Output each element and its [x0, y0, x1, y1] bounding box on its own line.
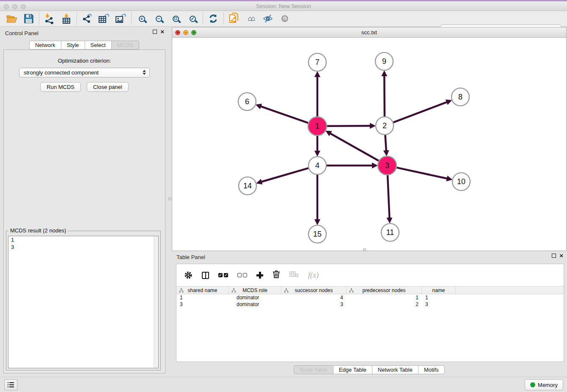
- column-header-MCDS-role[interactable]: MCDS role: [229, 287, 281, 294]
- show-columns-icon[interactable]: [202, 272, 209, 279]
- tab-motifs[interactable]: Motifs: [418, 365, 445, 374]
- column-header-name[interactable]: name: [422, 287, 456, 294]
- tab-select[interactable]: Select: [85, 41, 112, 50]
- import-network-icon[interactable]: [41, 12, 58, 25]
- table-cell[interactable]: 3: [422, 301, 456, 308]
- edge-4-14[interactable]: [261, 168, 308, 182]
- node-label-4: 4: [315, 161, 319, 170]
- close-panel-icon[interactable]: ×: [160, 30, 164, 34]
- run-mcds-button[interactable]: Run MCDS: [40, 82, 81, 92]
- close-table-panel-icon[interactable]: ×: [559, 254, 563, 258]
- node-label-1: 1: [315, 122, 319, 130]
- import-table-icon[interactable]: [58, 12, 75, 25]
- node-table-content: ✓✓ f(x) shared nameMCDS rolesuccessor no…: [176, 264, 564, 362]
- zoom-fit-icon[interactable]: [167, 12, 184, 25]
- vertical-splitter-handle[interactable]: [168, 197, 171, 200]
- select-all-icon[interactable]: ✓✓: [218, 273, 228, 277]
- hide-graphics-details-icon[interactable]: [259, 12, 276, 25]
- edge-2-8[interactable]: [394, 102, 447, 122]
- network-canvas[interactable]: 7968124314101511: [172, 38, 566, 251]
- result-scrollbar[interactable]: [154, 236, 158, 368]
- open-folder-icon[interactable]: [3, 12, 20, 25]
- node-label-14: 14: [243, 182, 252, 190]
- optimization-criterion-value: strongly connected component: [24, 69, 99, 76]
- table-cell[interactable]: dominator: [229, 301, 281, 308]
- show-all-networks-icon[interactable]: ⌂⌂: [242, 12, 259, 25]
- edge-2-3[interactable]: [385, 135, 386, 151]
- edge-2-9[interactable]: [384, 76, 385, 116]
- node-label-10: 10: [457, 177, 465, 186]
- clone-network-icon[interactable]: [226, 12, 242, 25]
- table-cell[interactable]: 1: [422, 294, 456, 301]
- table-panel: Table Panel × ✓✓ f(x): [172, 252, 567, 376]
- window-title: Session: New Session: [0, 3, 567, 9]
- add-column-icon[interactable]: [256, 272, 263, 279]
- float-table-panel-icon[interactable]: [552, 254, 556, 258]
- mcds-result-items: 13: [8, 236, 158, 251]
- table-cell[interactable]: 2: [347, 301, 422, 308]
- network-window-title: scc.txt: [172, 29, 566, 36]
- table-cell[interactable]: 3: [176, 301, 229, 308]
- mcds-result-item[interactable]: 1: [8, 236, 158, 243]
- main-toolbar: + − ✓ ⌂⌂: [0, 11, 567, 27]
- table-cell[interactable]: 1: [347, 294, 422, 301]
- toolbar-separator: [131, 13, 132, 25]
- table-cell[interactable]: 4: [281, 294, 347, 301]
- titlebar: Session: New Session: [0, 1, 567, 11]
- mcds-result-item[interactable]: 3: [8, 243, 158, 251]
- node-table: shared nameMCDS rolesuccessor nodesprede…: [176, 286, 564, 308]
- memory-status-icon: [530, 382, 535, 387]
- tab-edge-table[interactable]: Edge Table: [333, 365, 372, 374]
- horizontal-splitter-handle[interactable]: [363, 248, 366, 251]
- column-header-shared-name[interactable]: shared name: [176, 287, 229, 294]
- column-header-predecessor-nodes[interactable]: predecessor nodes: [347, 287, 422, 294]
- column-header-successor-nodes[interactable]: successor nodes: [281, 287, 347, 294]
- edge-1-6[interactable]: [261, 106, 308, 123]
- task-history-button[interactable]: [4, 379, 17, 390]
- table-body: 1dominator4113dominator323: [176, 294, 564, 308]
- tab-node-table[interactable]: Node Table: [294, 365, 333, 374]
- delete-columns-icon[interactable]: [272, 270, 280, 280]
- mcds-result-list[interactable]: 13: [8, 236, 159, 368]
- zoom-selected-icon[interactable]: ✓: [184, 12, 201, 25]
- save-icon[interactable]: [20, 12, 37, 25]
- table-cell[interactable]: dominator: [229, 294, 281, 301]
- control-panel-tabs: NetworkStyleSelectMCDS: [1, 41, 168, 50]
- export-network-icon[interactable]: [79, 12, 96, 25]
- tab-network-table[interactable]: Network Table: [372, 365, 418, 374]
- zoom-in-icon[interactable]: +: [133, 12, 150, 25]
- optimization-criterion-label: Optimization criterion:: [4, 58, 165, 64]
- float-panel-icon[interactable]: [153, 30, 157, 34]
- deselect-all-icon[interactable]: [237, 273, 247, 277]
- tab-network[interactable]: Network: [29, 41, 61, 50]
- tab-mcds[interactable]: MCDS: [112, 41, 139, 50]
- node-label-7: 7: [315, 58, 319, 66]
- export-image-icon[interactable]: [113, 12, 129, 25]
- table-row[interactable]: 1dominator411: [176, 294, 564, 301]
- network-view-window: ✕ − + scc.txt 7968124314101511: [172, 27, 567, 251]
- network-window-titlebar[interactable]: ✕ − + scc.txt: [172, 28, 566, 38]
- table-cell[interactable]: 1: [176, 294, 229, 301]
- node-label-9: 9: [382, 57, 386, 66]
- optimization-criterion-select[interactable]: strongly connected component: [19, 68, 150, 77]
- edge-1-2[interactable]: [327, 126, 370, 126]
- edge-3-10[interactable]: [396, 168, 447, 179]
- edge-3-11[interactable]: [388, 175, 389, 218]
- tab-style[interactable]: Style: [61, 41, 85, 50]
- memory-button[interactable]: Memory: [525, 379, 563, 390]
- table-cell[interactable]: 3: [281, 301, 347, 308]
- zoom-out-icon[interactable]: −: [150, 12, 167, 25]
- edge-3-1[interactable]: [330, 133, 378, 161]
- mcds-panel: Optimization criterion: strongly connect…: [3, 50, 165, 373]
- settings-gear-icon[interactable]: [184, 271, 193, 279]
- table-panel-tabs: Node TableEdge TableNetwork TableMotifs: [172, 365, 567, 374]
- table-header-row: shared nameMCDS rolesuccessor nodesprede…: [176, 286, 564, 294]
- table-panel-title: Table Panel: [176, 254, 205, 260]
- mcds-result-box: MCDS result (2 nodes) 13: [6, 231, 161, 370]
- node-label-6: 6: [245, 97, 249, 106]
- table-row[interactable]: 3dominator323: [176, 301, 564, 308]
- bird-eye-view-icon[interactable]: [276, 12, 293, 25]
- close-panel-button[interactable]: Close panel: [87, 82, 129, 92]
- refresh-layout-icon[interactable]: [205, 12, 222, 25]
- export-table-icon[interactable]: [96, 12, 113, 25]
